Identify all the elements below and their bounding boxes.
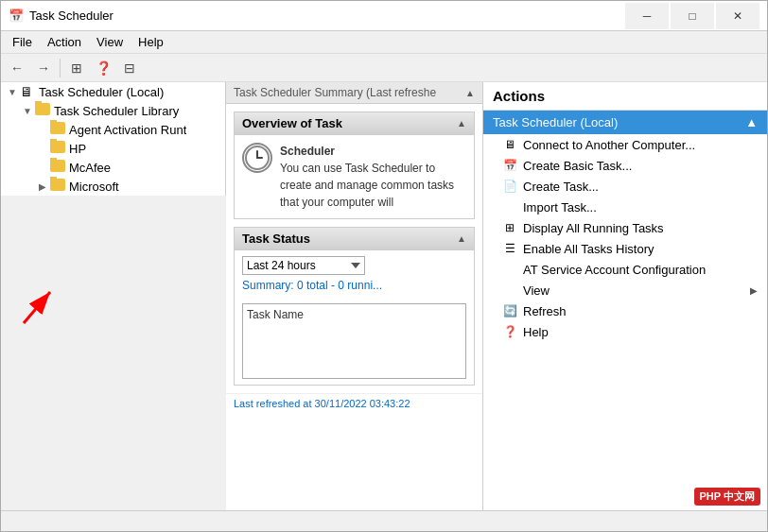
task-status-content: Last 24 hours Last 7 days Last 30 days S…: [235, 250, 474, 298]
display-running-icon: ⊞: [502, 220, 517, 235]
tree-agent-label: Agent Activation Runt: [69, 123, 186, 137]
tree-library[interactable]: ▼ Task Scheduler Library: [16, 101, 225, 120]
menu-action[interactable]: Action: [40, 33, 89, 51]
summary-text: Summary: 0 total - 0 runni...: [242, 279, 466, 292]
menu-bar: File Action View Help: [1, 31, 767, 54]
action-help[interactable]: ❓ Help: [483, 321, 767, 342]
action-import[interactable]: Import Task...: [483, 197, 767, 217]
task-status-collapse-icon[interactable]: ▲: [457, 233, 466, 244]
status-bar: [1, 510, 767, 531]
overview-subtitle: Scheduler: [280, 143, 466, 160]
action-enable-history[interactable]: ☰ Enable All Tasks History: [483, 238, 767, 259]
action-import-label: Import Task...: [523, 200, 597, 215]
microsoft-expander: ▶: [35, 181, 50, 192]
action-view-label: View: [523, 283, 550, 298]
left-panel: ▼ 🖥 Task Scheduler (Local) ▼ Task Schedu…: [1, 82, 226, 196]
help-toolbar-button[interactable]: ❓: [91, 57, 115, 79]
connect-icon: 🖥: [502, 137, 517, 152]
overview-collapse-icon[interactable]: ▲: [457, 118, 466, 129]
root-expander: ▼: [5, 87, 20, 97]
tree-library-label: Task Scheduler Library: [54, 104, 179, 118]
help-icon: ❓: [502, 324, 517, 339]
create-basic-icon: 📅: [502, 158, 517, 173]
close-button[interactable]: ✕: [716, 3, 759, 29]
menu-help[interactable]: Help: [131, 33, 171, 51]
tree-agent[interactable]: Agent Activation Runt: [31, 120, 225, 139]
last-refreshed: Last refreshed at 30/11/2022 03:43:22: [226, 393, 482, 413]
main-window: 📅 Task Scheduler ─ □ ✕ File Action View …: [0, 0, 768, 532]
clock-icon: [242, 143, 272, 173]
content-area: ▼ 🖥 Task Scheduler (Local) ▼ Task Schedu…: [1, 82, 767, 510]
title-bar: 📅 Task Scheduler ─ □ ✕: [1, 1, 767, 31]
overview-text: You can use Task Scheduler to create and…: [280, 160, 466, 211]
window-title: Task Scheduler: [29, 9, 625, 23]
agent-folder-icon: [50, 122, 65, 137]
tree-root[interactable]: ▼ 🖥 Task Scheduler (Local): [1, 82, 225, 101]
action-group-label: Task Scheduler (Local): [493, 115, 618, 129]
action-create-task-label: Create Task...: [523, 180, 599, 194]
action-display-running[interactable]: ⊞ Display All Running Tasks: [483, 217, 767, 238]
enable-history-icon: ☰: [502, 241, 517, 256]
task-status-title: Task Status: [242, 232, 310, 246]
panel-header-text: Task Scheduler Summary (Last refreshe: [234, 86, 436, 99]
show-hide-button[interactable]: ⊞: [64, 57, 89, 79]
red-arrow-indicator: [14, 281, 71, 331]
export-button[interactable]: ⊟: [117, 57, 142, 79]
forward-button[interactable]: →: [31, 57, 56, 79]
minimize-button[interactable]: ─: [625, 3, 669, 29]
time-range-dropdown[interactable]: Last 24 hours Last 7 days Last 30 days: [242, 256, 365, 275]
action-connect[interactable]: 🖥 Connect to Another Computer...: [483, 134, 767, 155]
php-watermark: PHP 中文网: [694, 488, 760, 506]
action-enable-history-label: Enable All Tasks History: [523, 242, 655, 256]
task-status-section: Task Status ▲ Last 24 hours Last 7 days …: [234, 227, 475, 386]
panel-header-arrow-icon: ▲: [465, 88, 475, 98]
actions-title: Actions: [483, 82, 767, 111]
toolbar-separator: [60, 59, 61, 77]
overview-section: Overview of Task ▲ Scheduler You can use…: [234, 112, 475, 219]
menu-file[interactable]: File: [5, 33, 40, 51]
tree-microsoft-label: Microsoft: [69, 180, 119, 194]
action-connect-label: Connect to Another Computer...: [523, 138, 695, 152]
import-icon: [502, 199, 517, 215]
overview-header: Overview of Task ▲: [235, 112, 474, 135]
middle-panel-header: Task Scheduler Summary (Last refreshe ▲: [226, 82, 482, 104]
tree-microsoft[interactable]: ▶ Microsoft: [31, 177, 225, 196]
overview-content: Scheduler You can use Task Scheduler to …: [235, 135, 474, 218]
right-panel: Actions Task Scheduler (Local) ▲ 🖥 Conne…: [483, 82, 767, 510]
tree-root-label: Task Scheduler (Local): [39, 85, 164, 99]
action-view[interactable]: View ▶: [483, 280, 767, 300]
maximize-button[interactable]: □: [671, 3, 714, 29]
tree-hp[interactable]: HP: [31, 139, 225, 158]
library-expander: ▼: [20, 106, 35, 116]
app-icon: 📅: [9, 9, 24, 24]
overview-title: Overview of Task: [242, 116, 342, 130]
tree-mcafee[interactable]: McAfee: [31, 158, 225, 177]
action-at-service[interactable]: AT Service Account Configuration: [483, 259, 767, 280]
window-controls: ─ □ ✕: [625, 3, 759, 29]
create-task-icon: 📄: [502, 179, 517, 194]
hp-folder-icon: [50, 141, 65, 156]
action-at-service-label: AT Service Account Configuration: [523, 263, 706, 277]
task-status-header: Task Status ▲: [235, 228, 474, 250]
action-create-basic-label: Create Basic Task...: [523, 159, 632, 173]
microsoft-folder-icon: [50, 179, 65, 194]
task-name-box: Task Name: [242, 303, 466, 379]
action-refresh[interactable]: 🔄 Refresh: [483, 300, 767, 321]
view-submenu-arrow-icon: ▶: [750, 285, 758, 296]
tree-mcafee-label: McAfee: [69, 161, 111, 175]
action-group-header[interactable]: Task Scheduler (Local) ▲: [483, 111, 767, 134]
action-group-collapse-icon: ▲: [745, 115, 758, 129]
svg-line-1: [24, 292, 50, 323]
library-folder-icon: [35, 103, 50, 118]
action-display-running-label: Display All Running Tasks: [523, 221, 664, 235]
left-panel-wrapper: ▼ 🖥 Task Scheduler (Local) ▼ Task Schedu…: [1, 82, 226, 510]
back-button[interactable]: ←: [5, 57, 29, 79]
task-name-label: Task Name: [247, 308, 304, 321]
action-create-task[interactable]: 📄 Create Task...: [483, 176, 767, 197]
at-service-icon: [502, 262, 517, 277]
action-create-basic[interactable]: 📅 Create Basic Task...: [483, 155, 767, 176]
menu-view[interactable]: View: [89, 33, 131, 51]
action-refresh-label: Refresh: [523, 304, 567, 318]
refresh-icon: 🔄: [502, 303, 517, 318]
toolbar: ← → ⊞ ❓ ⊟: [1, 54, 767, 82]
